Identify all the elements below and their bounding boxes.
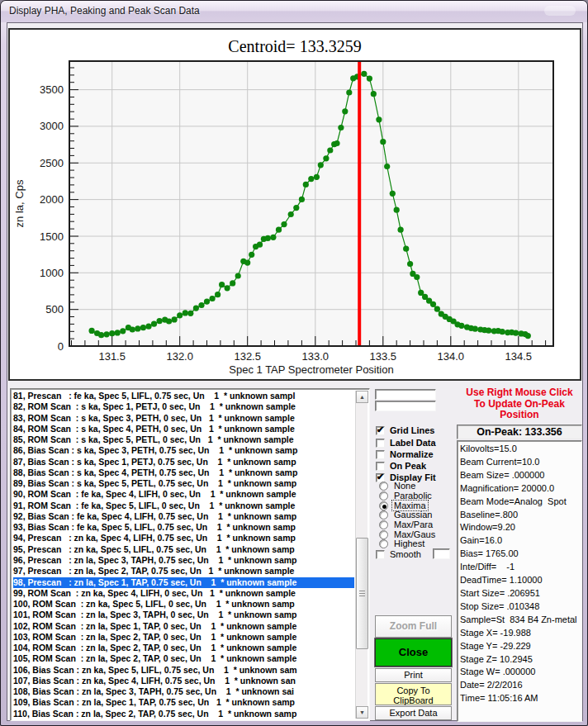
checkbox-box-icon: ✔ xyxy=(376,426,385,435)
scan-list-item[interactable]: 110, Bias Scan : zn la, Spec 2, TAP, 0.7… xyxy=(13,709,354,719)
dialog-body: 131.5132.0132.5133.0133.5134.0134.505001… xyxy=(7,22,583,721)
param-line: Magnification= 20000.0 xyxy=(460,482,581,496)
radio-label: Gaussian xyxy=(392,510,434,520)
radio-max-para[interactable]: Max/Para xyxy=(379,520,434,529)
scan-list-scrollbar[interactable]: ▲ ▼ xyxy=(355,391,368,719)
scan-list-item[interactable]: 100, ROM Scan : zn ka, Spec 5, LIFL, 0 s… xyxy=(13,599,354,610)
x-tick-labels: 131.5132.0132.5133.0133.5134.0134.5 xyxy=(98,350,532,363)
value-field-1[interactable] xyxy=(375,389,436,400)
param-line: Stage Z= 10.2945 xyxy=(460,653,581,667)
scan-list-item[interactable]: 89, Bias Scan : s ka, Spec 5, PETL, 0.75… xyxy=(13,478,354,489)
checkbox-label-data[interactable]: Label Data xyxy=(376,438,436,448)
radio-circle-icon xyxy=(379,482,388,491)
radio-none[interactable]: None xyxy=(379,481,417,491)
scan-list-item[interactable]: 104, ROM Scan : zn la, Spec 2, TAP, 0 se… xyxy=(13,643,354,653)
notice-line-1: Use Right Mouse Click xyxy=(457,387,582,399)
scan-list-item[interactable]: 83, ROM Scan : s ka, Spec 3, PETH, 0 sec… xyxy=(13,413,354,424)
scan-list-item[interactable]: 105, ROM Scan : zn la, Spec 2, TAP, 0 se… xyxy=(13,653,354,664)
value-field-2[interactable] xyxy=(375,401,436,411)
on-peak-header: On-Peak: 133.356 xyxy=(457,425,582,439)
scan-list-item[interactable]: 107, Bias Scan : zn ka, Spec 4, LIFH, 0.… xyxy=(13,676,354,686)
scan-list-item[interactable]: 87, Bias Scan : s ka, Spec 1, PETJ, 0.75… xyxy=(13,457,354,467)
radio-dot-icon xyxy=(382,505,386,509)
radio-label: None xyxy=(392,481,417,491)
param-line: Gain=16.0 xyxy=(460,534,581,548)
print-button[interactable]: Print xyxy=(375,668,452,682)
svg-text:500: 500 xyxy=(45,303,64,316)
export-data-button[interactable]: Export Data xyxy=(375,706,452,720)
svg-text:132.0: 132.0 xyxy=(166,350,193,363)
scan-list-item[interactable]: 82, ROM Scan : s ka, Spec 1, PETJ, 0 sec… xyxy=(13,401,354,412)
scan-list-item[interactable]: 97, Prescan : zn la, Spec 2, TAP, 0.75 s… xyxy=(13,566,354,577)
checkbox-grid-lines[interactable]: ✔Grid Lines xyxy=(376,425,434,436)
scan-list-item[interactable]: 99, ROM Scan : zn ka, Spec 4, LIFH, 0 se… xyxy=(13,588,354,599)
scan-list-item[interactable]: 86, Bias Scan : s ka, Spec 3, PETH, 0.75… xyxy=(13,445,354,456)
param-line: Beam Mode=Analog Spot xyxy=(460,496,581,509)
svg-text:134.0: 134.0 xyxy=(438,350,465,363)
param-line: Stage X= -19.988 xyxy=(460,627,581,640)
svg-text:0: 0 xyxy=(58,340,64,353)
svg-text:1000: 1000 xyxy=(40,267,64,279)
scrollbar-up-icon[interactable]: ▲ xyxy=(356,391,368,403)
radio-label: Highest xyxy=(392,539,426,548)
param-line: Baseline=.800 xyxy=(460,509,581,522)
dialog-window: Display PHA, Peaking and Peak Scan Data … xyxy=(0,0,588,726)
scrollbar-grip-icon xyxy=(359,591,365,597)
radio-parabolic[interactable]: Parabolic xyxy=(379,491,434,501)
checkbox-smooth[interactable]: Smooth xyxy=(376,549,421,560)
checkbox-label: Grid Lines xyxy=(390,425,434,435)
scan-list-item[interactable]: 108, Bias Scan : zn la, Spec 3, TAPH, 0.… xyxy=(13,686,354,697)
param-line: Date= 2/2/2016 xyxy=(460,679,581,692)
scrollbar-down-icon[interactable]: ▼ xyxy=(356,706,368,719)
param-line: Kilovolts=15.0 xyxy=(460,443,581,456)
right-mouse-notice: Use Right Mouse Click To Update On-Peak … xyxy=(457,387,582,421)
param-line: Beam Size= .000000 xyxy=(460,469,581,482)
checkbox-on-peak[interactable]: On Peak xyxy=(376,461,426,472)
radio-gaussian[interactable]: Gaussian xyxy=(379,510,434,520)
scan-list-item[interactable]: 90, ROM Scan : fe ka, Spec 4, LIFH, 0 se… xyxy=(13,489,354,500)
checkbox-label: Normalize xyxy=(390,449,434,459)
scan-list-item[interactable]: 106, Bias Scan : zn ka, Spec 5, LIFL, 0.… xyxy=(13,665,354,676)
scan-list-item[interactable]: 94, Prescan : zn ka, Spec 4, LIFH, 0.75 … xyxy=(13,533,354,543)
radio-label: Max/Para xyxy=(392,520,434,529)
chart-plot-area[interactable] xyxy=(69,61,553,346)
scan-list-item[interactable]: 85, ROM Scan : s ka, Spec 5, PETL, 0 sec… xyxy=(13,434,354,445)
x-axis-label: Spec 1 TAP Spectrometer Position xyxy=(229,363,393,376)
scan-listbox[interactable]: 81, Prescan : fe ka, Spec 5, LIFL, 0.75 … xyxy=(10,388,370,721)
checkbox-normalize[interactable]: Normalize xyxy=(376,449,434,460)
scan-list-item[interactable]: 98, Prescan : zn la, Spec 1, TAP, 0.75 s… xyxy=(13,577,354,588)
y-axis-label: zn la, Cps xyxy=(13,179,26,227)
param-line: Bias= 1765.00 xyxy=(460,548,581,561)
scan-list-item[interactable]: 88, Bias Scan : s ka, Spec 4, PETH, 0.75… xyxy=(13,467,354,478)
scan-list-item[interactable]: 91, ROM Scan : fe ka, Spec 5, LIFL, 0 se… xyxy=(13,501,354,511)
scan-list-item[interactable]: 96, Prescan : zn la, Spec 3, TAPH, 0.75 … xyxy=(13,555,354,566)
scan-list-item[interactable]: 103, ROM Scan : zn la, Spec 2, TAP, 0 se… xyxy=(13,632,354,643)
scan-list-item[interactable]: 84, ROM Scan : s ka, Spec 4, PETH, 0 sec… xyxy=(13,424,354,434)
scan-list-item[interactable]: 92, Bias Scan : fe ka, Spec 4, LIFH, 0.7… xyxy=(13,511,354,522)
close-button[interactable]: Close xyxy=(375,638,452,667)
svg-text:2000: 2000 xyxy=(40,193,64,206)
scrollbar-thumb[interactable] xyxy=(356,538,368,649)
checkbox-box-icon xyxy=(376,462,385,471)
scan-list-item[interactable]: 93, Bias Scan : fe ka, Spec 5, LIFL, 0.7… xyxy=(13,522,354,533)
notice-line-2: To Update On-Peak xyxy=(457,399,582,410)
scan-list-item[interactable]: 102, ROM Scan : zn la, Spec 1, TAP, 0 se… xyxy=(13,621,354,632)
checkbox-box-icon xyxy=(376,439,385,448)
zoom-full-button[interactable]: Zoom Full xyxy=(375,615,452,638)
param-line: Stop Size= .010348 xyxy=(460,600,581,614)
copy-to-clipboard-button[interactable]: Copy To ClipBoard xyxy=(375,683,452,705)
svg-text:133.0: 133.0 xyxy=(302,350,330,363)
scan-list-item[interactable]: 109, Bias Scan : zn la, Spec 1, TAP, 0.7… xyxy=(13,697,354,708)
scan-list-item[interactable]: 101, ROM Scan : zn la, Spec 3, TAPH, 0 s… xyxy=(13,610,354,620)
scan-list-item[interactable]: 81, Prescan : fe ka, Spec 5, LIFL, 0.75 … xyxy=(13,391,354,401)
checkbox-label: Smooth xyxy=(390,549,421,559)
radio-highest[interactable]: Highest xyxy=(379,539,426,548)
scan-list-item[interactable]: 95, Prescan : zn ka, Spec 5, LIFL, 0.75 … xyxy=(13,544,354,555)
peak-scan-chart[interactable]: 131.5132.0132.5133.0133.5134.0134.505001… xyxy=(10,30,580,379)
smooth-value-field[interactable] xyxy=(433,548,450,559)
window-title-bar[interactable]: Display PHA, Peaking and Peak Scan Data xyxy=(1,1,587,22)
param-line: Time= 11:05:16 AM xyxy=(460,692,581,705)
svg-text:3000: 3000 xyxy=(40,120,64,132)
chart-panel: 131.5132.0132.5133.0133.5134.0134.505001… xyxy=(8,28,581,381)
svg-text:134.5: 134.5 xyxy=(505,350,533,363)
